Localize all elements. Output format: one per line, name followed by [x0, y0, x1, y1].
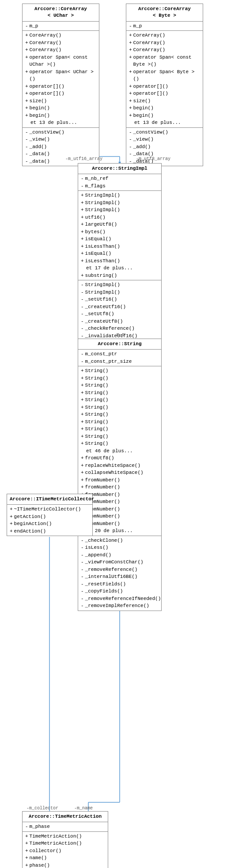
- list-item: +phase(): [25, 862, 105, 868]
- list-item: +String(): [81, 367, 159, 375]
- list-item: +CoreArray(): [129, 32, 200, 39]
- list-item: -_checkReference(): [81, 325, 159, 332]
- list-item: +isEqual(): [81, 235, 159, 243]
- list-item: +begin(): [129, 112, 200, 119]
- list-item: +operator[](): [129, 83, 200, 90]
- list-item: et 17 de plus...: [81, 264, 159, 272]
- list-item: +StringImpl(): [81, 199, 159, 207]
- list-item: +String(): [81, 440, 159, 447]
- list-item: -_setUtf8(): [81, 310, 159, 318]
- list-item: - m_p: [25, 22, 96, 30]
- m-name-label: -m_name: [74, 806, 93, 811]
- m-collector-label: -m_collector: [26, 806, 58, 811]
- list-item: +String(): [81, 418, 159, 426]
- list-item: -m_phase: [25, 823, 105, 831]
- list-item: +String(): [81, 396, 159, 404]
- list-item: +String(): [81, 375, 159, 382]
- list-item: +CoreArray(): [25, 46, 96, 54]
- core-array-byte-box: Arccore::CoreArray< Byte > -m_p +CoreArr…: [126, 4, 203, 166]
- list-item: +String(): [81, 404, 159, 411]
- list-item: +operator[](): [25, 83, 96, 90]
- list-item: +getAction(): [10, 513, 90, 521]
- list-item: -_resetFields(): [81, 581, 159, 588]
- core-array-byte-private-members: -m_p: [126, 22, 203, 31]
- list-item: -m_const_ptr_size: [81, 358, 159, 365]
- string-impl-title: Arccore::StringImpl: [78, 164, 161, 174]
- list-item: +String(): [81, 433, 159, 440]
- list-item: -m_nb_ref: [81, 175, 159, 183]
- list-item: +TimeMetricAction(): [25, 840, 105, 847]
- list-item: +CoreArray(): [25, 39, 96, 47]
- list-item: -_constView(): [129, 129, 200, 136]
- list-item: -_view(): [25, 136, 96, 143]
- list-item: +collector(): [25, 847, 105, 855]
- list-item: +fromNumber(): [81, 484, 159, 491]
- list-item: +size(): [25, 97, 96, 105]
- core-array-uchar-box: Arccore::CoreArray< UChar > - m_p +CoreA…: [22, 4, 99, 166]
- time-metric-collector-box: Arccore::ITimeMetricCollector +~ITimeMet…: [7, 494, 93, 536]
- core-array-byte-title: Arccore::CoreArray< Byte >: [126, 4, 203, 22]
- list-item: +collapseWhiteSpace(): [81, 469, 159, 477]
- list-item: -_createUtf8(): [81, 318, 159, 325]
- list-item: +isEqual(): [81, 250, 159, 257]
- string-private-methods: -_checkClone() -isLess() -_append() -_vi…: [78, 536, 161, 611]
- list-item: +String(): [81, 425, 159, 433]
- list-item: +TimeMetricAction(): [25, 833, 105, 840]
- list-item: -_removeReference(): [81, 566, 159, 574]
- list-item: +CoreArray(): [129, 46, 200, 54]
- core-array-uchar-title: Arccore::CoreArray< UChar >: [23, 4, 99, 22]
- diagram-container: Arccore::CoreArray< UChar > - m_p +CoreA…: [0, 0, 246, 868]
- list-item: -_view(): [129, 136, 200, 143]
- list-item: +~ITimeMetricCollector(): [10, 506, 90, 513]
- list-item: et 13 de plus...: [129, 119, 200, 127]
- list-item: -_append(): [81, 551, 159, 559]
- list-item: +CoreArray(): [25, 32, 96, 39]
- m-utf16-array-label: -m_utf16_array: [65, 156, 102, 161]
- list-item: -m_p: [129, 22, 200, 30]
- list-item: -_removeImplReference(): [81, 602, 159, 610]
- time-metric-action-private-members: -m_phase: [23, 822, 108, 832]
- list-item: +begin(): [129, 104, 200, 112]
- time-metric-collector-title: Arccore::ITimeMetricCollector: [7, 494, 92, 505]
- list-item: +isLessThan(): [81, 243, 159, 250]
- list-item: +replaceWhiteSpace(): [81, 462, 159, 469]
- list-item: +operator Span< UChar >(): [25, 68, 96, 83]
- list-item: -_viewFromConstChar(): [81, 559, 159, 566]
- list-item: +operator[](): [25, 90, 96, 97]
- list-item: -m_const_ptr: [81, 350, 159, 358]
- list-item: +String(): [81, 411, 159, 418]
- list-item: +largeUtf8(): [81, 221, 159, 228]
- list-item: +fromNumber(): [81, 477, 159, 484]
- list-item: +bytes(): [81, 228, 159, 236]
- list-item: +substring(): [81, 272, 159, 279]
- list-item: -_copyFields(): [81, 588, 159, 595]
- string-private-members: -m_const_ptr -m_const_ptr_size: [78, 350, 161, 366]
- core-array-uchar-private-members: - m_p: [23, 22, 99, 31]
- list-item: -_constView(): [25, 129, 96, 136]
- list-item: +size(): [129, 97, 200, 105]
- time-metric-action-box: Arccore::TimeMetricAction -m_phase +Time…: [22, 811, 108, 868]
- m-utf8-array-label: -m_utf8_array: [136, 156, 170, 161]
- m-p-label: -m_p: [114, 332, 125, 337]
- string-impl-private-members: -m_nb_ref -m_flags: [78, 174, 161, 191]
- time-metric-collector-public-members: +~ITimeMetricCollector() +getAction() +b…: [7, 505, 92, 536]
- time-metric-action-title: Arccore::TimeMetricAction: [23, 812, 108, 822]
- list-item: -_createUtf16(): [81, 303, 159, 311]
- list-item: et 46 de plus...: [81, 447, 159, 455]
- list-item: -_internalUtf16BE(): [81, 573, 159, 581]
- list-item: +StringImpl(): [81, 206, 159, 214]
- list-item: +operator Span< const Byte >(): [129, 54, 200, 68]
- list-item: -_checkClone(): [81, 537, 159, 544]
- list-item: et 13 de plus...: [25, 119, 96, 127]
- list-item: +operator Span< Byte >(): [129, 68, 200, 83]
- list-item: +CoreArray(): [129, 39, 200, 47]
- list-item: +beginAction(): [10, 520, 90, 528]
- list-item: -_removeReferenceIfNeeded(): [81, 595, 159, 603]
- list-item: +begin(): [25, 104, 96, 112]
- core-array-uchar-public-members: +CoreArray() +CoreArray() +CoreArray() +…: [23, 31, 99, 128]
- list-item: +isLessThan(): [81, 257, 159, 265]
- string-title: Arccore::String: [78, 339, 161, 350]
- list-item: -StringImpl(): [81, 281, 159, 289]
- core-array-byte-public-members: +CoreArray() +CoreArray() +CoreArray() +…: [126, 31, 203, 128]
- list-item: +operator[](): [129, 90, 200, 97]
